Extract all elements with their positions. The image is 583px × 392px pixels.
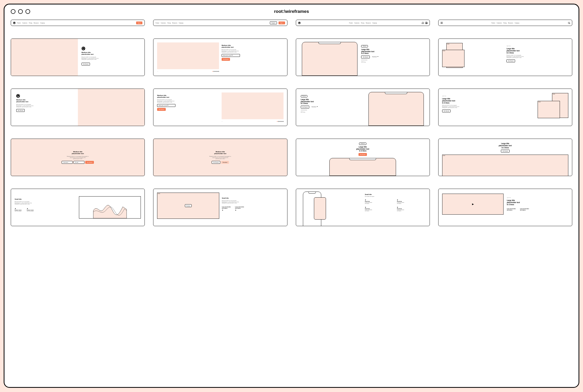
- carousel-arrows[interactable]: ‹ ›: [157, 71, 158, 72]
- get-started-button[interactable]: Get Started: [82, 63, 90, 66]
- download-button[interactable]: Download: [221, 161, 229, 164]
- browser-window: [442, 155, 568, 176]
- email-input[interactable]: Enter your e-mail: [157, 104, 175, 107]
- app-window: root:\wireframes Product Customers Prici…: [4, 4, 579, 388]
- hero-title-l1: Large title: [361, 48, 426, 51]
- nav-resources[interactable]: Resources: [508, 22, 513, 24]
- video-thumbnail[interactable]: ▶: [442, 194, 504, 215]
- hero-body-l3: dealing with a particular point or idea.: [82, 59, 141, 60]
- hero-body-l3: dealing with a particular point or idea.: [16, 106, 74, 108]
- nav-product[interactable]: Product: [17, 22, 21, 24]
- wave-chart-icon: [79, 197, 141, 218]
- get-started-button[interactable]: Get Started: [16, 109, 25, 112]
- hero-body-l3: dealing with a particular point or idea.: [157, 102, 219, 103]
- register-button[interactable]: Register: [270, 21, 277, 24]
- carousel-dots[interactable]: [212, 71, 219, 72]
- get-started-button[interactable]: Get Started: [359, 153, 367, 156]
- nav-pricing[interactable]: Pricing: [361, 22, 364, 24]
- email-input[interactable]: E-mail: [73, 161, 84, 164]
- username-input[interactable]: Username: [62, 161, 73, 164]
- hero-c1: Medium title placeholder text Body place…: [11, 139, 145, 176]
- hero-a4: CAPTION Large title placeholder text in …: [438, 39, 572, 76]
- hero-title-l1: Large title: [506, 48, 568, 50]
- search-icon[interactable]: [568, 22, 570, 24]
- hero-title-l1: Large title: [442, 98, 504, 100]
- feature-name: Feature name: [27, 209, 34, 211]
- nav-company[interactable]: Company: [179, 22, 183, 24]
- description: description: [520, 209, 529, 211]
- get-started-button[interactable]: Get Started: [501, 150, 509, 153]
- get-started-button[interactable]: Get Started: [212, 161, 220, 164]
- signin-button[interactable]: Sign in: [279, 21, 285, 24]
- hero-title-l3: in 3 lines: [499, 147, 512, 149]
- window-title: root:\wireframes: [4, 9, 579, 14]
- hero-a2: ‹ › Medium title placeholder text Body p…: [153, 39, 287, 76]
- nav-pricing[interactable]: Pricing: [29, 22, 32, 24]
- hamburger-icon[interactable]: [441, 22, 443, 24]
- hero-b1: Medium title placeholder text Body place…: [11, 89, 145, 126]
- feature-d4: ▶ CAPTION Large title placeholder text i…: [438, 189, 572, 226]
- feature-d1: Small title Body placeholder for text pa…: [11, 189, 145, 226]
- small-title: Small title: [365, 194, 426, 195]
- download-button[interactable]: Download: [371, 56, 380, 58]
- hero-title-l3: in 3 lines: [442, 102, 504, 104]
- carousel-dots[interactable]: [277, 121, 284, 122]
- hero-c4: Large title placeholder text in 3 lines …: [438, 139, 572, 176]
- carousel-arrows[interactable]: ‹ ›: [222, 121, 223, 122]
- hero-title-l2: placeholder text: [157, 96, 219, 98]
- bell-icon[interactable]: [422, 22, 424, 24]
- avatar-icon[interactable]: [425, 22, 427, 24]
- nav-resources[interactable]: Resources: [172, 22, 177, 24]
- hero-c2: Medium title placeholder text Body place…: [153, 139, 287, 176]
- nav-resources[interactable]: Resources: [366, 22, 371, 24]
- caption: CAPTION: [506, 46, 568, 47]
- signin-button[interactable]: Sign in: [136, 21, 142, 24]
- nav-customers[interactable]: Customers: [497, 22, 502, 24]
- get-started-button[interactable]: Get Started: [442, 110, 451, 112]
- nav-customers[interactable]: Customers: [161, 22, 166, 24]
- hero-title-l1: Medium title: [222, 45, 284, 46]
- get-started-button[interactable]: Get Started: [506, 59, 515, 62]
- description: description: [397, 210, 426, 212]
- hero-title-l1: Large title: [499, 143, 512, 145]
- nav-company[interactable]: Company: [515, 22, 519, 24]
- nav-product[interactable]: Product: [156, 22, 159, 24]
- nav-product[interactable]: Product: [491, 22, 495, 24]
- nav-company[interactable]: Company: [40, 22, 45, 24]
- browser-window-front: [538, 101, 560, 118]
- logo-icon: [16, 94, 20, 98]
- header-variant-4: Product Customers Pricing Resources Comp…: [438, 20, 572, 26]
- get-started-button[interactable]: Get Started: [85, 161, 94, 164]
- nav-pricing[interactable]: Pricing: [167, 22, 170, 24]
- nav-resources[interactable]: Resources: [34, 22, 39, 24]
- get-started-button[interactable]: Get Started: [361, 56, 370, 58]
- screen-mockup: [314, 197, 326, 220]
- hero-body-l3: dealing with a particular point or idea.: [222, 52, 284, 53]
- logo-icon: [82, 47, 85, 50]
- short-desc: Short description: [27, 211, 34, 212]
- hero-body-l3: particular point or idea.: [209, 158, 231, 160]
- short-desc: Short description: [15, 211, 22, 212]
- nav-product[interactable]: Product: [349, 22, 353, 24]
- caption: CAPTION: [442, 96, 504, 97]
- get-started-button[interactable]: Get Started: [301, 106, 309, 108]
- get-started-button[interactable]: Get Started: [222, 58, 230, 61]
- description: description: [365, 210, 394, 212]
- hero-title-l2: placeholder text: [16, 101, 74, 103]
- nav-company[interactable]: Company: [372, 22, 377, 24]
- hero-a1: Medium title placeholder text Body place…: [11, 39, 145, 76]
- hero-title-l2: placeholder text: [361, 51, 426, 53]
- hero-title-l1: Large title: [356, 146, 369, 148]
- nav-customers[interactable]: Customers: [22, 22, 27, 24]
- browser-window-front: [442, 50, 464, 67]
- hero-title-l3: in 3 lines: [507, 204, 568, 206]
- download-button[interactable]: Download: [310, 106, 319, 108]
- nav-pricing[interactable]: Pricing: [503, 22, 506, 24]
- hero-title-l1: Medium title: [72, 151, 84, 153]
- preview-button[interactable]: Preview: [185, 204, 191, 207]
- nav-customers[interactable]: Customers: [354, 22, 359, 24]
- get-started-button[interactable]: Get Started: [157, 108, 165, 111]
- hero-title-l3: in 3 lines: [301, 102, 365, 105]
- large-placeholder: Large placeholder: [235, 206, 244, 208]
- email-input[interactable]: Enter your e-mail: [222, 54, 240, 57]
